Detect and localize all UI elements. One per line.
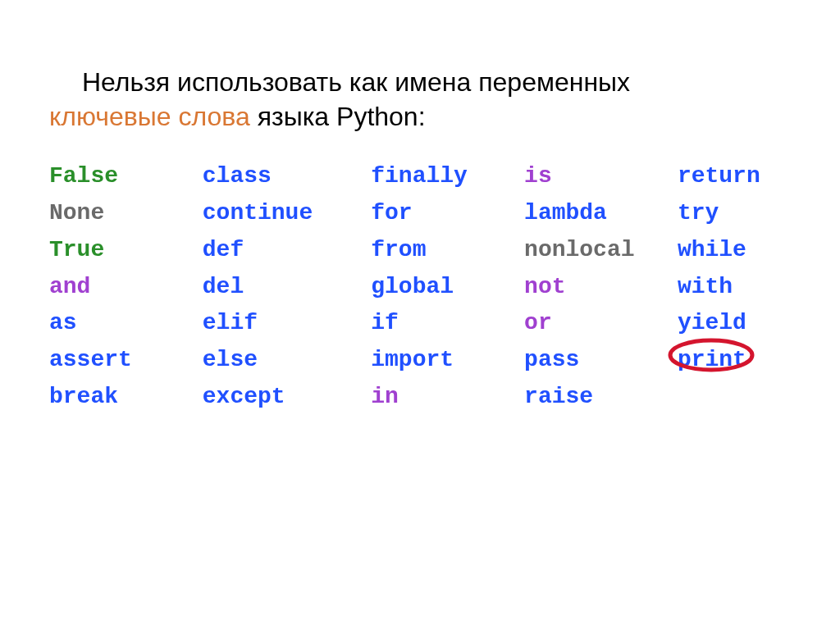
keyword-while: while (678, 232, 815, 269)
keyword-none: None (49, 195, 203, 232)
keyword-for: for (371, 195, 524, 232)
keywords-grid: FalseNoneTrueandasassertbreakclasscontin… (0, 158, 840, 416)
keyword-column: finallyforfromglobalifimportin (371, 158, 524, 416)
heading-part1: Нельзя использовать как имена переменных (82, 67, 630, 97)
keyword-print: print (678, 347, 746, 372)
heading-part3: языка Python: (250, 102, 426, 131)
keyword-finally: finally (371, 158, 524, 195)
keyword-column: islambdanonlocalnotorpassraise (524, 158, 678, 416)
keyword-return: return (678, 158, 815, 195)
keyword-lambda: lambda (524, 195, 678, 232)
keyword-global: global (371, 269, 524, 306)
keyword-pass: pass (524, 342, 678, 379)
keyword-as: as (49, 305, 203, 342)
keyword-is: is (524, 158, 678, 195)
keyword-try: try (678, 195, 815, 232)
heading-text: Нельзя использовать как имена переменных… (0, 0, 840, 158)
keyword-column: returntrywhilewithyieldprint (678, 158, 815, 416)
keyword-with: with (678, 269, 815, 306)
keyword-continue: continue (203, 195, 371, 232)
keyword-in: in (371, 379, 524, 416)
heading-orange: ключевые слова (49, 102, 250, 131)
keyword-else: else (203, 342, 371, 379)
keyword-raise: raise (524, 379, 678, 416)
keyword-import: import (371, 342, 524, 379)
keyword-not: not (524, 269, 678, 306)
keyword-elif: elif (203, 305, 371, 342)
keyword-nonlocal: nonlocal (524, 232, 678, 269)
keyword-except: except (203, 379, 371, 416)
keyword-break: break (49, 379, 203, 416)
keyword-column: classcontinuedefdelelifelseexcept (203, 158, 371, 416)
keyword-false: False (49, 158, 203, 195)
keyword-assert: assert (49, 342, 203, 379)
keyword-or: or (524, 305, 678, 342)
keyword-class: class (203, 158, 371, 195)
keyword-if: if (371, 305, 524, 342)
keyword-from: from (371, 232, 524, 269)
keyword-column: FalseNoneTrueandasassertbreak (49, 158, 203, 416)
keyword-def: def (203, 232, 371, 269)
keyword-and: and (49, 269, 203, 306)
keyword-true: True (49, 232, 203, 269)
keyword-del: del (203, 269, 371, 306)
keyword-yield: yield (678, 305, 815, 342)
